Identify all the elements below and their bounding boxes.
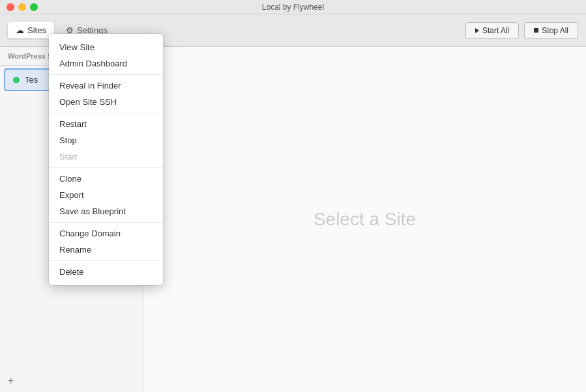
close-button[interactable] xyxy=(7,3,14,11)
plus-icon: + xyxy=(8,375,14,387)
add-site-button[interactable]: + xyxy=(0,370,143,392)
toolbar-right: Start All Stop All xyxy=(465,22,578,39)
sites-tab[interactable]: ☁ Sites xyxy=(8,22,54,38)
menu-group-finder: Reveal in Finder Open Site SSH xyxy=(49,75,163,113)
menu-item-start: Start xyxy=(49,148,163,165)
menu-item-delete[interactable]: Delete xyxy=(49,264,163,280)
context-menu: View Site Admin Dashboard Reveal in Find… xyxy=(49,34,163,285)
cloud-icon: ☁ xyxy=(16,25,24,35)
main-content: Select a Site xyxy=(143,47,586,392)
stop-icon xyxy=(534,28,538,33)
menu-group-server: Restart Stop Start xyxy=(49,113,163,168)
menu-item-export[interactable]: Export xyxy=(49,187,163,203)
minimize-button[interactable] xyxy=(18,3,26,11)
stop-all-button[interactable]: Stop All xyxy=(524,22,578,39)
play-icon xyxy=(475,28,479,33)
status-dot xyxy=(13,77,20,83)
menu-item-rename[interactable]: Rename xyxy=(49,242,163,258)
site-name: Tes xyxy=(25,75,38,85)
menu-item-open-ssh[interactable]: Open Site SSH xyxy=(49,94,163,110)
sites-tab-label: Sites xyxy=(27,25,46,35)
menu-item-restart[interactable]: Restart xyxy=(49,116,163,132)
menu-item-view-site[interactable]: View Site xyxy=(49,39,163,55)
menu-group-clone: Clone Export Save as Blueprint xyxy=(49,168,163,223)
select-site-prompt: Select a Site xyxy=(314,209,416,230)
menu-item-clone[interactable]: Clone xyxy=(49,171,163,187)
window-controls xyxy=(7,3,38,11)
title-bar: Local by Flywheel xyxy=(0,0,586,14)
menu-group-domain: Change Domain Rename xyxy=(49,223,163,261)
menu-group-delete: Delete xyxy=(49,261,163,283)
menu-item-save-blueprint[interactable]: Save as Blueprint xyxy=(49,203,163,219)
menu-group-view: View Site Admin Dashboard xyxy=(49,36,163,75)
menu-item-admin-dashboard[interactable]: Admin Dashboard xyxy=(49,55,163,72)
menu-item-change-domain[interactable]: Change Domain xyxy=(49,225,163,242)
menu-item-reveal-finder[interactable]: Reveal in Finder xyxy=(49,77,163,94)
main-layout: WordPress Sites Tes View Site Admin Dash… xyxy=(0,47,586,392)
menu-item-stop[interactable]: Stop xyxy=(49,132,163,148)
start-all-button[interactable]: Start All xyxy=(465,22,519,39)
sidebar: WordPress Sites Tes View Site Admin Dash… xyxy=(0,47,143,392)
app-title: Local by Flywheel xyxy=(262,3,324,12)
maximize-button[interactable] xyxy=(30,3,38,11)
